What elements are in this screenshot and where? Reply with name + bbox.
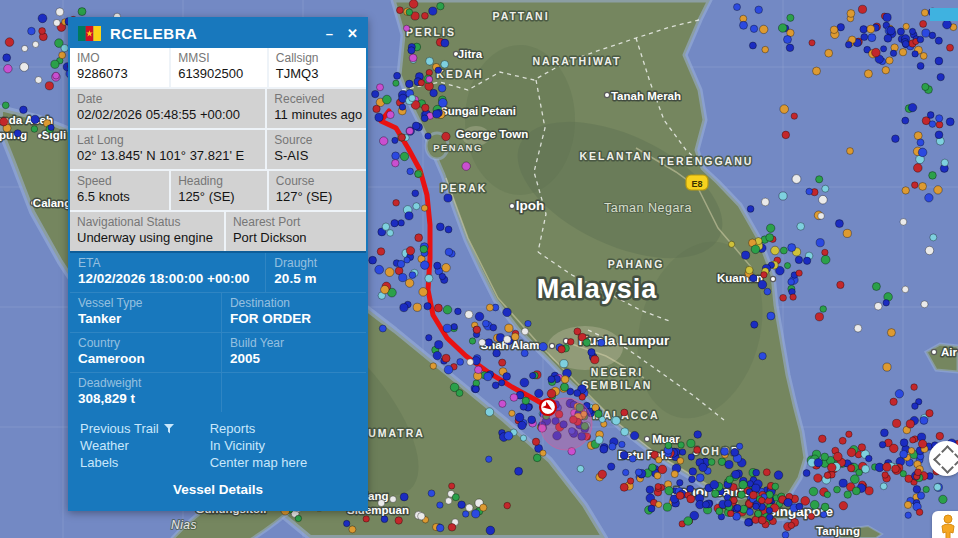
vessel-dot[interactable] [676,492,684,500]
vessel-dot[interactable] [883,13,891,21]
vessel-dot[interactable] [710,480,719,489]
vessel-dot[interactable] [48,124,54,130]
vessel-dot[interactable] [759,352,766,359]
vessel-dot[interactable] [598,339,605,346]
vessel-dot[interactable] [363,516,369,522]
vessel-dot[interactable] [918,440,926,448]
vessel-dot[interactable] [609,443,616,450]
popup-header[interactable]: RCELEBRA – ✕ [70,19,366,48]
vessel-dot[interactable] [772,483,779,490]
vessel-dot[interactable] [437,502,443,508]
vessel-dot[interactable] [821,511,827,517]
vessel-dot[interactable] [897,28,904,35]
vessel-dot[interactable] [839,479,847,487]
vessel-dot[interactable] [561,383,569,391]
vessel-dot[interactable] [375,265,384,274]
vessel-dot[interactable] [887,329,895,337]
vessel-dot[interactable] [663,503,671,511]
vessel-dot[interactable] [35,77,42,84]
vessel-dot[interactable] [437,2,444,9]
vessel-dot[interactable] [426,76,433,83]
vessel-dot[interactable] [443,324,451,332]
vessel-dot[interactable] [443,305,452,314]
vessel-dot[interactable] [847,10,855,18]
vessel-dot[interactable] [409,0,418,8]
vessel-dot[interactable] [908,103,916,111]
vessel-dot[interactable] [796,270,802,276]
vessel-dot[interactable] [648,505,655,512]
vessel-dot[interactable] [835,220,843,228]
vessel-dot[interactable] [917,62,924,69]
vessel-dot[interactable] [583,339,590,346]
vessel-dot[interactable] [528,416,536,424]
vessel-dot[interactable] [548,376,555,383]
vessel-dot[interactable] [822,249,828,255]
vessel-dot[interactable] [577,465,584,472]
vessel-dot[interactable] [422,12,429,19]
vessel-dot[interactable] [687,486,694,493]
vessel-dot[interactable] [784,498,792,506]
vessel-dot[interactable] [727,510,734,517]
vessel-dot[interactable] [788,522,794,528]
vessel-dot[interactable] [943,20,952,29]
vessel-dot[interactable] [14,130,21,137]
vessel-dot[interactable] [780,294,787,301]
vessel-dot[interactable] [387,230,394,237]
vessel-dot[interactable] [392,152,400,160]
vessel-dot[interactable] [382,223,389,230]
vessel-dot[interactable] [679,449,685,455]
vessel-dot[interactable] [441,39,449,47]
vessel-dot[interactable] [830,26,838,34]
vessel-dot[interactable] [656,501,662,507]
vessel-dot[interactable] [755,6,763,14]
vessel-dot[interactable] [413,303,421,311]
vessel-dot[interactable] [421,205,427,211]
vessel-dot[interactable] [887,26,895,34]
vessel-dot[interactable] [941,159,948,166]
vessel-dot[interactable] [937,73,944,80]
vessel-dot[interactable] [419,288,428,297]
vessel-dot[interactable] [558,346,565,353]
vessel-dot[interactable] [689,476,696,483]
vessel-dot[interactable] [760,25,768,33]
vessel-dot[interactable] [678,442,684,448]
vessel-dot[interactable] [687,495,695,503]
vessel-dot[interactable] [788,279,795,286]
vessel-dot[interactable] [912,51,918,57]
vessel-dot[interactable] [702,501,709,508]
vessel-dot[interactable] [620,451,628,459]
vessel-dot[interactable] [439,273,445,279]
vessel-dot[interactable] [779,192,787,200]
vessel-dot[interactable] [688,454,694,460]
vessel-dot[interactable] [767,224,775,232]
vessel-dot[interactable] [746,266,754,274]
vessel-dot[interactable] [696,474,704,482]
vessel-dot[interactable] [925,194,933,202]
vessel-dot[interactable] [882,67,889,74]
vessel-dot[interactable] [422,104,429,111]
vessel-dot[interactable] [906,420,914,428]
vessel-dot[interactable] [753,503,760,510]
vessel-dot[interactable] [821,503,829,511]
vessel-dot[interactable] [745,519,753,527]
vessel-dot[interactable] [503,373,511,381]
vessel-dot[interactable] [791,113,797,119]
vessel-dot[interactable] [694,447,701,454]
vessel-dot[interactable] [600,445,608,453]
vessel-dot[interactable] [588,349,595,356]
vessel-dot[interactable] [946,118,954,126]
vessel-dot[interactable] [900,219,907,226]
vessel-dot[interactable] [510,394,518,402]
vessel-dot[interactable] [619,441,625,447]
vessel-dot[interactable] [2,102,9,109]
vessel-dot[interactable] [803,470,810,477]
vessel-dot[interactable] [892,465,900,473]
vessel-dot[interactable] [456,390,463,397]
minimize-button[interactable]: – [326,27,333,40]
vessel-dot[interactable] [445,498,452,505]
vessel-dot[interactable] [45,82,53,90]
vessel-dot[interactable] [925,246,933,254]
vessel-dot[interactable] [547,389,556,398]
vessel-dot[interactable] [902,117,909,124]
vessel-dot[interactable] [808,513,814,519]
